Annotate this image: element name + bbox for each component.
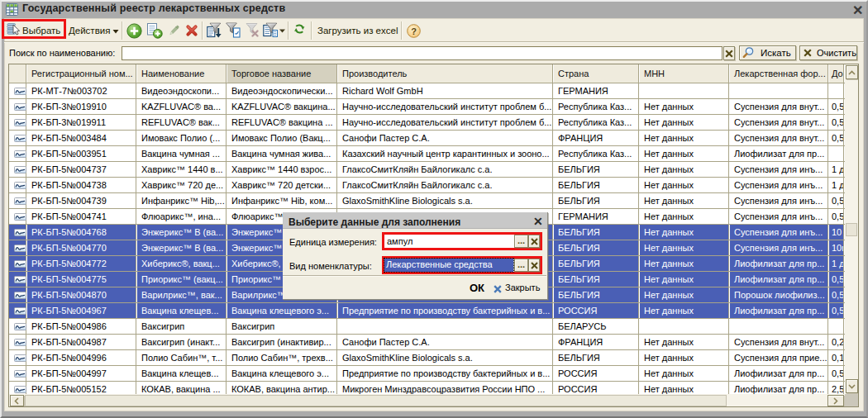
svg-text:?: ?: [411, 26, 417, 36]
